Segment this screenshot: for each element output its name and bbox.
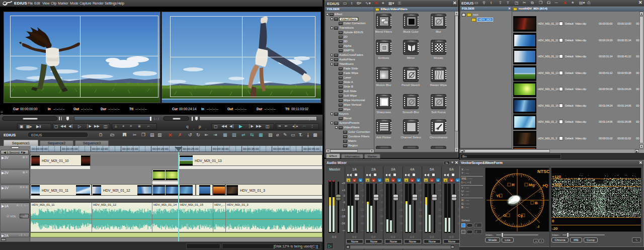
svg-text:B: B [535, 201, 538, 205]
svg-text:G: G [503, 213, 506, 218]
svg-text:+Q: +Q [542, 183, 548, 188]
svg-text:+120: +120 [552, 175, 561, 179]
svg-text:-I: -I [537, 224, 539, 229]
svg-text:Cy: Cy [518, 213, 523, 218]
svg-text:Yl: Yl [496, 194, 500, 198]
svg-text:-20: -20 [552, 226, 558, 231]
svg-text:+100: +100 [552, 182, 561, 187]
svg-text:R: R [512, 183, 515, 187]
svg-text:NTSC: NTSC [537, 169, 550, 174]
svg-text:0: 0 [552, 219, 554, 223]
svg-text:Mg: Mg [529, 183, 535, 187]
